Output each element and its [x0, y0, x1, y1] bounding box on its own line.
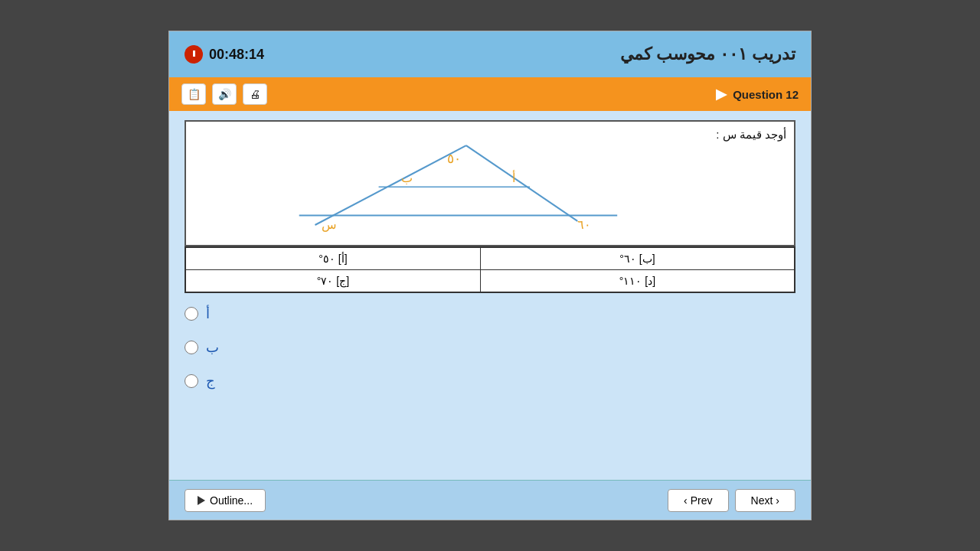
print-button[interactable]: 🖨: [243, 83, 267, 105]
radio-option-b: ب: [185, 339, 795, 356]
next-button[interactable]: Next ›: [735, 489, 795, 512]
svg-line-1: [466, 145, 577, 221]
toolbar-icons: 📋 🔊 🖨: [181, 83, 267, 105]
radio-b[interactable]: [185, 341, 198, 354]
question-label: ▶ Question 12: [716, 86, 799, 103]
next-label: Next: [751, 494, 773, 507]
option-b-cell: [ب] ٦٠°: [480, 247, 795, 270]
radio-a[interactable]: [185, 307, 198, 321]
question-bar: 📋 🔊 🖨 ▶ Question 12: [169, 77, 811, 111]
header: 00:48:14 تدريب ٠٠١ محوسب كمي: [169, 31, 811, 77]
radio-option-a: أ: [185, 305, 795, 322]
footer-left: Outline...: [185, 489, 266, 512]
outline-label: Outline...: [210, 494, 253, 507]
timer-icon: [185, 45, 203, 64]
option-a-cell: [أ] ٥٠°: [185, 247, 480, 270]
option-c-cell: [ج] ٧٠°: [185, 270, 480, 293]
timer-text: 00:48:14: [209, 47, 264, 63]
radio-a-label[interactable]: أ: [206, 305, 210, 322]
radio-c[interactable]: [185, 374, 198, 388]
footer: Outline... ‹ Prev Next ›: [169, 480, 811, 520]
radio-c-label[interactable]: ج: [206, 373, 215, 390]
outline-button[interactable]: Outline...: [185, 489, 266, 512]
app-window: 00:48:14 تدريب ٠٠١ محوسب كمي 📋 🔊 🖨 ▶ Que…: [168, 31, 812, 520]
next-chevron: ›: [776, 494, 779, 507]
prev-button[interactable]: ‹ Prev: [668, 489, 728, 512]
answer-table: [أ] ٥٠° [ب] ٦٠° [ج] ٧٠° [د] ١١٠°: [185, 246, 795, 293]
option-d-cell: [د] ١١٠°: [480, 270, 795, 293]
question-icon: ▶: [716, 86, 727, 103]
prev-chevron: ‹: [684, 494, 688, 507]
svg-text:٥٠: ٥٠: [447, 152, 461, 166]
footer-right: ‹ Prev Next ›: [668, 489, 795, 512]
copy-button[interactable]: 📋: [181, 83, 206, 105]
svg-text:٦٠: ٦٠: [577, 218, 591, 231]
radio-option-c: ج: [185, 373, 795, 390]
svg-text:أ: أ: [512, 170, 515, 184]
audio-button[interactable]: 🔊: [212, 83, 237, 105]
prev-label: Prev: [691, 494, 713, 507]
timer-display: 00:48:14: [185, 45, 264, 64]
svg-text:س: س: [322, 218, 337, 232]
svg-line-0: [315, 145, 466, 225]
play-icon: [198, 496, 205, 505]
app-title: تدريب ٠٠١ محوسب كمي: [620, 44, 795, 64]
radio-b-label[interactable]: ب: [206, 339, 219, 356]
triangle-diagram: ٥٠ ب أ س ٦٠: [186, 122, 794, 245]
question-number: Question 12: [733, 88, 799, 101]
question-figure: أوجد قيمة س : ٥٠ ب أ س ٦٠: [185, 120, 795, 246]
content-area[interactable]: أوجد قيمة س : ٥٠ ب أ س ٦٠: [169, 111, 811, 480]
svg-text:ب: ب: [401, 171, 413, 184]
